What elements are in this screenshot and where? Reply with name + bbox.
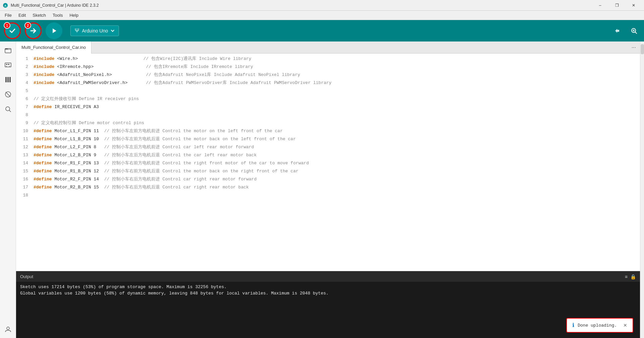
line-number: 5 xyxy=(16,87,32,95)
code-line-4: 4#include <Adafruit_PWMServoDriver.h> //… xyxy=(16,79,640,87)
line-content xyxy=(32,111,640,119)
line-content: #define Motor_L1_B_PIN 10 // 控制小车左前方电机后退… xyxy=(32,135,640,143)
svg-text:A: A xyxy=(4,4,7,7)
code-line-15: 15#define Motor_R1_B_PIN 12 // 控制小车右前方电机… xyxy=(16,167,640,175)
line-number: 18 xyxy=(16,191,32,199)
window-controls: – ❐ ✕ xyxy=(592,0,641,11)
menu-file[interactable]: File xyxy=(1,11,15,19)
maximize-button[interactable]: ❐ xyxy=(609,0,625,11)
toolbar-right-actions xyxy=(612,25,640,37)
title-text: Multi_Functional_Control_Car | Arduino I… xyxy=(11,3,590,8)
code-line-10: 10#define Motor_L1_F_PIN 11 // 控制小车左前方电机… xyxy=(16,127,640,135)
line-content: // 定义红外接收引脚 Define IR receiver pins xyxy=(32,95,640,103)
code-line-6: 6// 定义红外接收引脚 Define IR receiver pins xyxy=(16,95,640,103)
close-button[interactable]: ✕ xyxy=(626,0,641,11)
line-content: #define Motor_R2_F_PIN 14 // 控制小车右后方电机前进… xyxy=(32,175,640,183)
line-number: 15 xyxy=(16,167,32,175)
line-content: #include <Adafruit_NeoPixel.h> // 包含Adaf… xyxy=(32,71,640,79)
no-debug-icon xyxy=(4,91,12,98)
board-name: Arduino Uno xyxy=(82,28,108,33)
code-area: 1#include <Wire.h> // 包含Wire(I2C)通讯库 Inc… xyxy=(16,54,640,271)
editor-scrollbar[interactable] xyxy=(640,41,644,338)
debug-button[interactable] xyxy=(46,22,62,39)
line-number: 17 xyxy=(16,183,32,191)
menu-sketch[interactable]: Sketch xyxy=(29,11,49,19)
output-header-buttons: ≡ 🔒 xyxy=(625,274,636,279)
line-number: 9 xyxy=(16,119,32,127)
code-line-1: 1#include <Wire.h> // 包含Wire(I2C)通讯库 Inc… xyxy=(16,55,640,63)
board-selector[interactable]: Ψ Arduino Uno xyxy=(70,25,119,36)
output-line: Global variables use 1200 bytes (58%) of… xyxy=(20,291,636,296)
code-line-7: 7#define IR_RECEIVE_PIN A3 xyxy=(16,103,640,111)
dropdown-arrow-icon xyxy=(111,29,115,33)
svg-point-21 xyxy=(7,327,9,330)
svg-rect-9 xyxy=(5,63,11,67)
code-line-12: 12#define Motor_L2_F_PIN 8 // 控制小车左后方电机前… xyxy=(16,143,640,151)
svg-rect-15 xyxy=(7,77,9,82)
sidebar-item-debug[interactable] xyxy=(2,88,14,100)
menu-edit[interactable]: Edit xyxy=(15,11,29,19)
folder-icon xyxy=(4,47,12,54)
line-content xyxy=(32,87,640,95)
svg-line-20 xyxy=(9,110,11,112)
content-area: Multi_Functional_Control_Car.ino ··· 1#i… xyxy=(16,41,640,338)
line-number: 12 xyxy=(16,143,32,151)
sidebar-item-library[interactable] xyxy=(2,74,14,86)
upload-button[interactable]: 2 xyxy=(25,22,42,39)
app-icon: A xyxy=(3,3,8,8)
line-number: 4 xyxy=(16,79,32,87)
tab-more-button[interactable]: ··· xyxy=(628,45,640,51)
code-line-5: 5 xyxy=(16,87,640,95)
tab-main-file[interactable]: Multi_Functional_Control_Car.ino xyxy=(16,41,91,54)
toolbar: 1 2 Ψ Arduino Uno xyxy=(0,20,644,41)
search-button[interactable] xyxy=(628,25,640,37)
search-sidebar-icon xyxy=(5,106,11,112)
code-line-14: 14#define Motor_R1_F_PIN 13 // 控制小车右前方电机… xyxy=(16,159,640,167)
output-lock-button[interactable]: 🔒 xyxy=(630,274,636,279)
line-number: 2 xyxy=(16,63,32,71)
user-icon xyxy=(4,326,12,333)
output-title: Output xyxy=(20,274,33,279)
code-line-18: 18 xyxy=(16,191,640,199)
board-icon xyxy=(4,61,12,69)
main-layout: Multi_Functional_Control_Car.ino ··· 1#i… xyxy=(0,41,644,338)
line-content: #define Motor_L1_F_PIN 11 // 控制小车左前方电机前进… xyxy=(32,127,640,135)
usb-icon: Ψ xyxy=(75,28,79,34)
serial-monitor-icon xyxy=(615,27,621,34)
notification-text: Done uploading. xyxy=(578,323,617,328)
svg-line-18 xyxy=(6,92,10,97)
minimize-button[interactable]: – xyxy=(592,0,608,11)
line-content: #include <Wire.h> // 包含Wire(I2C)通讯库 Incl… xyxy=(32,55,640,63)
sidebar-item-board[interactable] xyxy=(2,59,14,71)
menu-help[interactable]: Help xyxy=(66,11,82,19)
code-line-8: 8 xyxy=(16,111,640,119)
sidebar-item-user[interactable] xyxy=(2,323,14,335)
sidebar-item-search[interactable] xyxy=(2,103,14,115)
svg-line-5 xyxy=(635,32,637,34)
line-number: 11 xyxy=(16,135,32,143)
line-number: 7 xyxy=(16,103,32,111)
output-panel: Output ≡ 🔒 Sketch uses 17214 bytes (53%)… xyxy=(16,271,640,338)
svg-rect-16 xyxy=(9,77,11,82)
serial-monitor-button[interactable] xyxy=(612,25,624,37)
output-content: Sketch uses 17214 bytes (53%) of program… xyxy=(16,282,640,338)
checkmark-icon xyxy=(9,27,16,34)
scrollbar-thumb[interactable] xyxy=(641,44,644,54)
line-content: #define Motor_R2_B_PIN 15 // 控制小车右后方电机后退… xyxy=(32,183,640,191)
svg-marker-3 xyxy=(53,28,56,33)
output-lines: Sketch uses 17214 bytes (53%) of program… xyxy=(20,284,636,296)
titlebar: A Multi_Functional_Control_Car | Arduino… xyxy=(0,0,644,11)
line-number: 1 xyxy=(16,55,32,63)
badge-2: 2 xyxy=(24,22,31,29)
search-toolbar-icon xyxy=(631,27,637,34)
line-content: // 定义电机控制引脚 Define motor control pins xyxy=(32,119,640,127)
line-content: #define Motor_R1_F_PIN 13 // 控制小车右前方电机前进… xyxy=(32,159,640,167)
notification-close-button[interactable]: ✕ xyxy=(623,323,627,328)
sidebar-item-folder[interactable] xyxy=(2,44,14,56)
code-editor[interactable]: 1#include <Wire.h> // 包含Wire(I2C)通讯库 Inc… xyxy=(16,54,640,271)
verify-button[interactable]: 1 xyxy=(4,22,21,39)
menu-tools[interactable]: Tools xyxy=(49,11,66,19)
code-line-13: 13#define Motor_L2_B_PIN 9 // 控制小车左后方电机后… xyxy=(16,151,640,159)
output-list-button[interactable]: ≡ xyxy=(625,274,628,279)
badge-1: 1 xyxy=(4,22,10,29)
